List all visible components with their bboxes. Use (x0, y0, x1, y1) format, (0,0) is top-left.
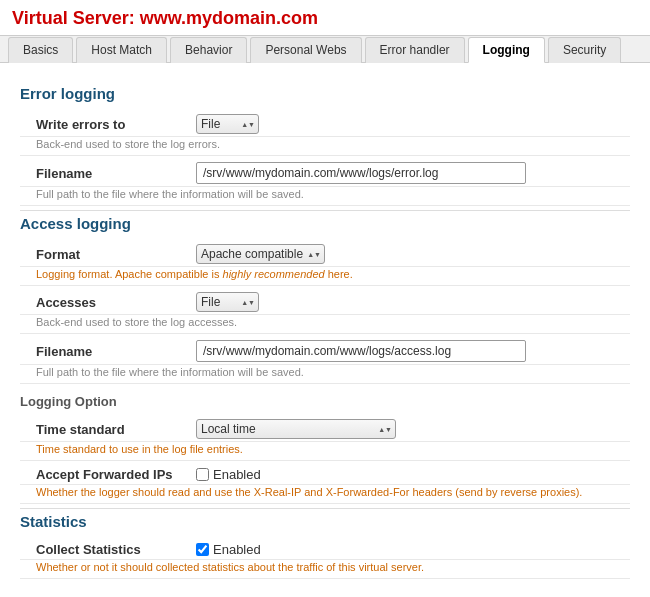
error-filename-hint: Full path to the file where the informat… (20, 187, 630, 206)
tab-behavior[interactable]: Behavior (170, 37, 247, 63)
access-filename-label: Filename (36, 344, 196, 359)
time-standard-label: Time standard (36, 422, 196, 437)
accesses-select-wrapper: File Syslog None (196, 292, 259, 312)
collect-stats-row: Collect Statistics Enabled (20, 536, 630, 560)
logging-option-section: Logging Option Time standard Local time … (20, 394, 630, 504)
error-filename-label: Filename (36, 166, 196, 181)
format-row: Format Apache compatible Combined Common… (20, 238, 630, 267)
collect-stats-value: Enabled (196, 542, 261, 557)
accept-forwarded-hint: Whether the logger should read and use t… (20, 485, 630, 504)
write-errors-hint: Back-end used to store the log errors. (20, 137, 630, 156)
error-logging-title: Error logging (20, 85, 630, 102)
accept-forwarded-row: Accept Forwarded IPs Enabled (20, 461, 630, 485)
tab-bar: Basics Host Match Behavior Personal Webs… (0, 35, 650, 63)
format-hint-prefix: Logging format. Apache compatible is (36, 268, 223, 280)
access-filename-row: Filename (20, 334, 630, 365)
accept-forwarded-label: Accept Forwarded IPs (36, 467, 196, 482)
accept-forwarded-enabled-label: Enabled (213, 467, 261, 482)
tab-error-handler[interactable]: Error handler (365, 37, 465, 63)
format-hint-suffix: here. (325, 268, 353, 280)
collect-stats-checkbox[interactable] (196, 543, 209, 556)
access-filename-hint: Full path to the file where the informat… (20, 365, 630, 384)
accept-forwarded-checkbox[interactable] (196, 468, 209, 481)
tab-security[interactable]: Security (548, 37, 621, 63)
main-content: Error logging Write errors to File Syslo… (0, 63, 650, 597)
accept-forwarded-value: Enabled (196, 467, 261, 482)
tab-host-match[interactable]: Host Match (76, 37, 167, 63)
collect-stats-enabled-label: Enabled (213, 542, 261, 557)
write-errors-label: Write errors to (36, 117, 196, 132)
access-logging-title: Access logging (20, 210, 630, 232)
write-errors-row: Write errors to File Syslog None (20, 108, 630, 137)
accesses-row: Accesses File Syslog None (20, 286, 630, 315)
format-select-wrapper: Apache compatible Combined Common Custom (196, 244, 325, 264)
time-standard-select[interactable]: Local time UTC (196, 419, 396, 439)
error-filename-input[interactable] (196, 162, 526, 184)
tab-basics[interactable]: Basics (8, 37, 73, 63)
format-hint: Logging format. Apache compatible is hig… (20, 267, 630, 286)
time-standard-select-wrapper: Local time UTC (196, 419, 396, 439)
accesses-label: Accesses (36, 295, 196, 310)
accesses-hint: Back-end used to store the log accesses. (20, 315, 630, 334)
format-hint-highlight: highly recommended (223, 268, 325, 280)
time-standard-hint: Time standard to use in the log file ent… (20, 442, 630, 461)
tab-personal-webs[interactable]: Personal Webs (250, 37, 361, 63)
accesses-select[interactable]: File Syslog None (196, 292, 259, 312)
write-errors-select-wrapper: File Syslog None (196, 114, 259, 134)
logging-option-title: Logging Option (20, 394, 630, 409)
write-errors-select[interactable]: File Syslog None (196, 114, 259, 134)
collect-stats-hint: Whether or not it should collected stati… (20, 560, 630, 579)
collect-stats-label: Collect Statistics (36, 542, 196, 557)
format-select[interactable]: Apache compatible Combined Common Custom (196, 244, 325, 264)
format-label: Format (36, 247, 196, 262)
tab-logging[interactable]: Logging (468, 37, 545, 63)
access-filename-input[interactable] (196, 340, 526, 362)
error-filename-row: Filename (20, 156, 630, 187)
page-title: Virtual Server: www.mydomain.com (0, 0, 650, 35)
time-standard-row: Time standard Local time UTC (20, 413, 630, 442)
statistics-title: Statistics (20, 508, 630, 530)
